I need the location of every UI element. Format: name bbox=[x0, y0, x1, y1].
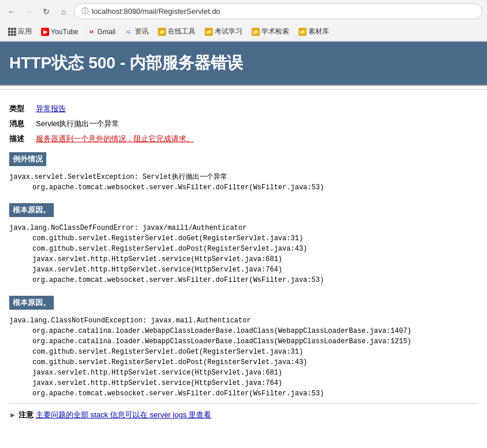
rc2-line-4: com.github.servlet.RegisterServlet.doGet… bbox=[32, 347, 478, 357]
bookmark-apps[interactable]: 应用 bbox=[5, 25, 35, 38]
divider-top bbox=[0, 89, 487, 90]
reload-button[interactable]: ↻ bbox=[39, 5, 53, 19]
page-content: HTTP状态 500 - 内部服务器错误 类型 异常报告 消息 Servlet执… bbox=[0, 42, 487, 428]
root-cause2-code: java.lang.ClassNotFoundException: javax.… bbox=[9, 315, 478, 399]
back-button[interactable]: ← bbox=[5, 5, 19, 19]
url-text: localhost:8080/mail/RegisterServlet.do bbox=[92, 7, 475, 16]
bookmark-materials-label: 素材库 bbox=[308, 27, 329, 36]
type-label: 类型 bbox=[9, 104, 32, 114]
rc1-line-6: org.apache.tomcat.websocket.server.WsFil… bbox=[32, 275, 478, 285]
tools-icon: 📁 bbox=[158, 28, 166, 36]
bookmark-gmail[interactable]: M Gmail bbox=[84, 26, 119, 38]
bookmark-gmail-label: Gmail bbox=[97, 28, 115, 36]
error-title: HTTP状态 500 - 内部服务器错误 bbox=[9, 54, 243, 72]
rc1-line-4: javax.servlet.http.HttpServlet.service(H… bbox=[32, 254, 478, 265]
bookmarks-bar: 应用 ▶ YouTube M Gmail G 资讯 📁 在线工具 📁 考试学习 … bbox=[0, 23, 487, 41]
nav-bar: ← → ↻ ⌂ ⓘ localhost:8080/mail/RegisterSe… bbox=[0, 0, 487, 23]
message-label: 消息 bbox=[9, 119, 32, 129]
description-value: 服务器遇到一个意外的情况，阻止它完成请求。 bbox=[36, 134, 194, 144]
note-row: ► 注意 主要问题的全部 stack 信息可以在 server logs 里查看 bbox=[9, 410, 478, 420]
exception-line-2: org.apache.tomcat.websocket.server.WsFil… bbox=[32, 182, 478, 193]
rc2-line-3: org.apache.catalina.loader.WebappClassLo… bbox=[32, 336, 478, 347]
bookmark-news-label: 资讯 bbox=[135, 27, 149, 36]
bookmark-exam[interactable]: 📁 考试学习 bbox=[201, 25, 246, 38]
message-value: Servlet执行抛出一个异常 bbox=[36, 119, 119, 129]
materials-icon: 📁 bbox=[298, 28, 307, 36]
root-cause1-code: java.lang.NoClassDefFoundError: javax/ma… bbox=[9, 223, 478, 285]
home-button[interactable]: ⌂ bbox=[57, 5, 71, 19]
note-text: 主要问题的全部 stack 信息可以在 server logs 里查看 bbox=[36, 410, 211, 420]
rc1-line-3: com.github.servlet.RegisterServlet.doPos… bbox=[32, 244, 478, 254]
note-label: 注意 bbox=[19, 410, 34, 420]
description-label: 描述 bbox=[9, 134, 32, 144]
bookmark-exam-label: 考试学习 bbox=[215, 27, 242, 36]
root-cause2-heading: 根本原因。 bbox=[9, 296, 54, 310]
rc2-line-7: javax.servlet.http.HttpServlet.service(H… bbox=[32, 378, 478, 388]
bookmark-academic-label: 学术检索 bbox=[261, 27, 289, 36]
exam-icon: 📁 bbox=[205, 28, 213, 36]
bookmark-news[interactable]: G 资讯 bbox=[121, 25, 152, 38]
rc1-line-5: javax.servlet.http.HttpServlet.service(H… bbox=[32, 265, 478, 275]
rc2-line-6: javax.servlet.http.HttpServlet.service(H… bbox=[32, 368, 478, 378]
divider-bottom bbox=[9, 403, 478, 404]
exception-code: javax.servlet.ServletException: Servlet执… bbox=[9, 172, 478, 193]
forward-button[interactable]: → bbox=[22, 5, 36, 19]
warning-icon: ► bbox=[9, 411, 16, 419]
rc1-line-2: com.github.servlet.RegisterServlet.doGet… bbox=[32, 233, 478, 244]
youtube-icon: ▶ bbox=[41, 28, 49, 36]
error-header: HTTP状态 500 - 内部服务器错误 bbox=[0, 42, 487, 86]
message-row: 消息 Servlet执行抛出一个异常 bbox=[9, 119, 478, 129]
rc2-line-5: com.github.servlet.RegisterServlet.doPos… bbox=[32, 357, 478, 368]
bookmark-academic[interactable]: 📁 学术检索 bbox=[248, 25, 293, 38]
error-body: 类型 异常报告 消息 Servlet执行抛出一个异常 描述 服务器遇到一个意外的… bbox=[0, 93, 487, 428]
gmail-icon: M bbox=[87, 28, 95, 36]
bookmark-materials[interactable]: 📁 素材库 bbox=[295, 25, 333, 38]
type-value: 异常报告 bbox=[36, 104, 66, 114]
bookmark-youtube-label: YouTube bbox=[51, 28, 78, 36]
browser-chrome: ← → ↻ ⌂ ⓘ localhost:8080/mail/RegisterSe… bbox=[0, 0, 487, 42]
academic-icon: 📁 bbox=[252, 28, 260, 36]
bookmark-tools-label: 在线工具 bbox=[168, 27, 195, 36]
description-row: 描述 服务器遇到一个意外的情况，阻止它完成请求。 bbox=[9, 134, 478, 144]
bookmark-youtube[interactable]: ▶ YouTube bbox=[38, 26, 82, 38]
apps-grid-icon bbox=[8, 28, 16, 36]
exception-heading: 例外情况 bbox=[9, 152, 46, 166]
rc2-line-1: java.lang.ClassNotFoundException: javax.… bbox=[9, 317, 251, 325]
address-bar[interactable]: ⓘ localhost:8080/mail/RegisterServlet.do bbox=[74, 3, 482, 19]
apps-label: 应用 bbox=[18, 27, 32, 36]
news-icon: G bbox=[125, 28, 133, 36]
rc2-line-2: org.apache.catalina.loader.WebappClassLo… bbox=[32, 326, 478, 336]
bookmark-tools[interactable]: 📁 在线工具 bbox=[154, 25, 199, 38]
exception-line-1: javax.servlet.ServletException: Servlet执… bbox=[9, 173, 227, 181]
rc2-line-8: org.apache.tomcat.websocket.server.WsFil… bbox=[32, 388, 478, 399]
info-icon: ⓘ bbox=[82, 6, 88, 16]
root-cause1-heading: 根本原因。 bbox=[9, 203, 54, 217]
type-row: 类型 异常报告 bbox=[9, 104, 478, 114]
rc1-line-1: java.lang.NoClassDefFoundError: javax/ma… bbox=[9, 224, 246, 232]
